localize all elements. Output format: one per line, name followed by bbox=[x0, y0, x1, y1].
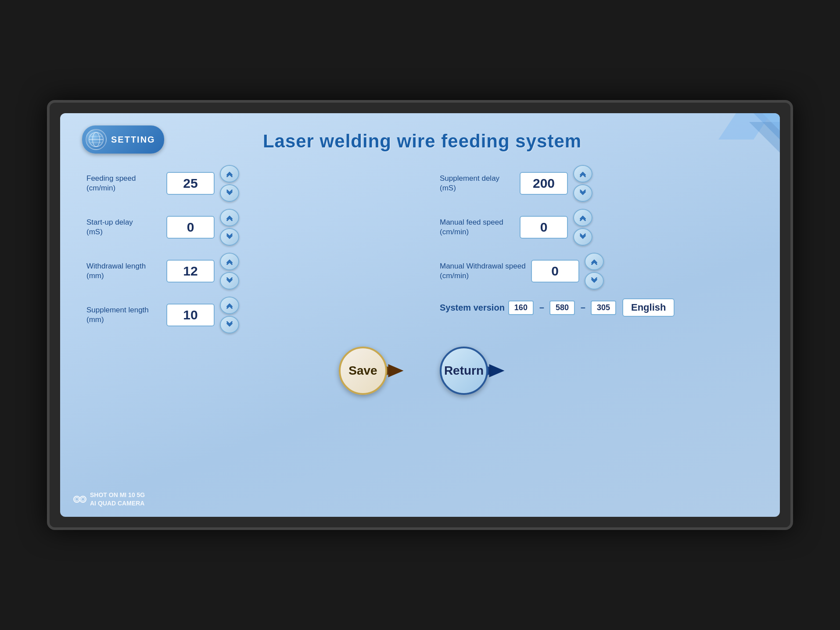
manual-feed-speed-value[interactable]: 0 bbox=[520, 216, 568, 239]
startup-delay-value[interactable]: 0 bbox=[166, 216, 215, 239]
camera-lens-icon bbox=[73, 493, 86, 506]
param-row-supplement-length: Supplement length (mm) 10 bbox=[86, 297, 405, 333]
save-circle: Save bbox=[339, 347, 387, 395]
bottom-buttons: Save Return bbox=[86, 347, 758, 395]
param-row-manual-feed-speed: Manual feed speed (cm/min) 0 bbox=[440, 209, 758, 246]
param-row-manual-withdrawal-speed: Manual Withdrawal speed (cm/min) 0 bbox=[440, 253, 758, 290]
save-button[interactable]: Save bbox=[339, 347, 405, 395]
parameters-grid: Feeding speed (cm/min) 25 bbox=[86, 165, 758, 333]
supplement-delay-down[interactable] bbox=[573, 184, 592, 202]
manual-feed-speed-arrows bbox=[573, 209, 592, 246]
version-sep-2: － bbox=[578, 302, 587, 314]
manual-feed-speed-label: Manual feed speed (cm/min) bbox=[440, 218, 514, 237]
language-button[interactable]: English bbox=[622, 298, 675, 317]
camera-watermark: SHOT ON MI 10 5G AI QUAD CAMERA bbox=[73, 491, 145, 508]
svg-point-16 bbox=[81, 498, 85, 501]
svg-marker-12 bbox=[489, 364, 505, 377]
supplement-length-arrows bbox=[220, 297, 239, 333]
svg-marker-10 bbox=[388, 364, 404, 377]
feeding-speed-label: Feeding speed (cm/min) bbox=[86, 174, 161, 193]
return-label: Return bbox=[444, 364, 484, 378]
supplement-length-up[interactable] bbox=[220, 297, 239, 314]
feeding-speed-arrows bbox=[220, 165, 239, 202]
manual-feed-speed-up[interactable] bbox=[573, 209, 592, 226]
startup-delay-label: Start-up delay (mS) bbox=[86, 218, 161, 237]
supplement-delay-arrows bbox=[573, 165, 592, 202]
param-row-startup-delay: Start-up delay (mS) 0 bbox=[86, 209, 405, 246]
withdrawal-length-arrows bbox=[220, 253, 239, 290]
svg-point-13 bbox=[74, 496, 80, 502]
return-button[interactable]: Return bbox=[440, 347, 506, 395]
supplement-length-down[interactable] bbox=[220, 316, 239, 333]
version-sep-1: － bbox=[537, 302, 546, 314]
startup-delay-down[interactable] bbox=[220, 228, 239, 246]
save-label: Save bbox=[348, 364, 377, 378]
svg-point-14 bbox=[75, 498, 79, 501]
return-circle: Return bbox=[440, 347, 488, 395]
camera-icon-group: SHOT ON MI 10 5G AI QUAD CAMERA bbox=[73, 491, 145, 508]
left-params: Feeding speed (cm/min) 25 bbox=[86, 165, 405, 333]
supplement-length-value[interactable]: 10 bbox=[166, 304, 215, 326]
manual-withdrawal-speed-value[interactable]: 0 bbox=[531, 260, 579, 283]
version-v3: 305 bbox=[591, 301, 616, 315]
manual-withdrawal-speed-down[interactable] bbox=[585, 272, 604, 290]
system-version-row: System version 160 － 580 － 305 English bbox=[440, 298, 758, 317]
globe-icon bbox=[86, 129, 107, 150]
supplement-delay-up[interactable] bbox=[573, 165, 592, 183]
startup-delay-arrows bbox=[220, 209, 239, 246]
page-title: Laser welding wire feeding system bbox=[86, 131, 758, 152]
feeding-speed-up[interactable] bbox=[220, 165, 239, 183]
manual-withdrawal-speed-label: Manual Withdrawal speed (cm/min) bbox=[440, 261, 526, 281]
screen-outer: SETTING Laser welding wire feeding syste… bbox=[47, 100, 793, 530]
param-row-feeding-speed: Feeding speed (cm/min) 25 bbox=[86, 165, 405, 202]
setting-button[interactable]: SETTING bbox=[82, 125, 164, 154]
watermark-text: SHOT ON MI 10 5G AI QUAD CAMERA bbox=[90, 491, 145, 508]
version-v2: 580 bbox=[549, 301, 575, 315]
supplement-length-label: Supplement length (mm) bbox=[86, 305, 161, 325]
withdrawal-length-up[interactable] bbox=[220, 253, 239, 270]
svg-point-15 bbox=[80, 496, 86, 502]
setting-label: SETTING bbox=[111, 135, 155, 145]
version-v1: 160 bbox=[508, 301, 534, 315]
startup-delay-up[interactable] bbox=[220, 209, 239, 226]
diamond-decoration bbox=[701, 113, 780, 192]
param-row-withdrawal-length: Withdrawal length (mm) 12 bbox=[86, 253, 405, 290]
system-version-label: System version bbox=[440, 303, 505, 313]
screen-inner: SETTING Laser welding wire feeding syste… bbox=[60, 113, 780, 517]
feeding-speed-value[interactable]: 25 bbox=[166, 172, 215, 195]
supplement-delay-value[interactable]: 200 bbox=[520, 172, 568, 195]
manual-feed-speed-down[interactable] bbox=[573, 228, 592, 246]
manual-withdrawal-speed-up[interactable] bbox=[585, 253, 604, 270]
withdrawal-length-down[interactable] bbox=[220, 272, 239, 290]
withdrawal-length-value[interactable]: 12 bbox=[166, 260, 215, 283]
manual-withdrawal-speed-arrows bbox=[585, 253, 604, 290]
supplement-delay-label: Supplement delay (mS) bbox=[440, 174, 514, 193]
feeding-speed-down[interactable] bbox=[220, 184, 239, 202]
withdrawal-length-label: Withdrawal length (mm) bbox=[86, 261, 161, 281]
